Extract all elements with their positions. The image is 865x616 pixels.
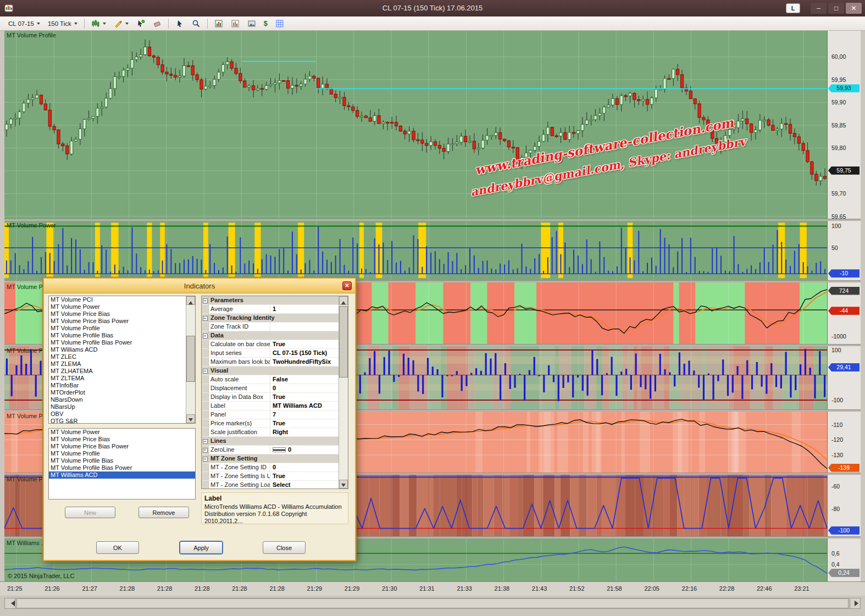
zoom-button[interactable] — [188, 18, 204, 30]
selected-indicator-item[interactable]: MT Volume Profile Bias Power — [49, 464, 195, 471]
available-indicators-list[interactable]: MT Volume PCIMT Volume PowerMT Volume Pr… — [48, 296, 196, 424]
expand-icon[interactable]: + — [203, 448, 208, 453]
dialog-titlebar[interactable]: Indicators ✕ — [44, 279, 355, 293]
property-row[interactable]: Zone Track ID — [202, 323, 339, 331]
property-row[interactable]: Price marker(s)True — [202, 419, 339, 428]
ok-button[interactable]: OK — [96, 541, 139, 554]
scroll-right-arrow[interactable] — [850, 598, 861, 609]
collapse-icon[interactable]: − — [203, 457, 208, 462]
property-value[interactable]: Select — [270, 481, 339, 489]
property-row[interactable]: +ZeroLine0 — [202, 446, 339, 454]
property-value[interactable]: True — [270, 340, 339, 348]
property-section[interactable]: −Lines — [202, 437, 339, 446]
chart-trader-button[interactable] — [210, 18, 227, 30]
indicator-list-item[interactable]: MT ZLTEMA — [49, 375, 186, 382]
scrollbar-thumb[interactable] — [186, 336, 195, 382]
scrollbar-thumb[interactable] — [16, 598, 849, 608]
list-scrollbar[interactable] — [186, 296, 195, 423]
selected-indicator-item[interactable]: MT Volume Profile — [49, 450, 195, 457]
data-grid-button[interactable] — [271, 18, 288, 30]
apply-button[interactable]: Apply — [180, 541, 223, 554]
property-row[interactable]: Input seriesCL 07-15 (150 Tick) — [202, 349, 339, 358]
minimize-button[interactable]: – — [811, 3, 827, 14]
property-value[interactable]: MT Williams ACD — [270, 402, 339, 410]
selected-indicator-item[interactable]: MT Volume Profile Bias — [49, 457, 195, 464]
data-series-button[interactable] — [227, 18, 243, 30]
property-row[interactable]: MT - Zone Setting LoaSelect — [202, 481, 339, 489]
indicator-list-item[interactable]: MT Volume Price Bias — [49, 310, 186, 318]
scrollbar-thumb[interactable] — [339, 306, 348, 378]
horizontal-scrollbar[interactable] — [0, 596, 865, 611]
property-row[interactable]: Average1 — [202, 305, 339, 314]
indicator-list-item[interactable]: MT ZLEMA — [49, 360, 186, 368]
indicator-list-item[interactable]: MT Volume Profile — [49, 325, 186, 332]
indicator-list-item[interactable]: MT ZLEC — [49, 353, 186, 360]
indicator-list-item[interactable]: MT Williams ACD — [49, 346, 186, 353]
snapshot-button[interactable] — [243, 18, 260, 30]
close-button[interactable]: ✕ — [846, 3, 862, 14]
indicator-list-item[interactable]: MT Volume Profile Bias Power — [49, 339, 186, 346]
property-grid[interactable]: −ParametersAverage1−Zone Tracking Identi… — [201, 296, 348, 489]
scroll-up-arrow[interactable] — [339, 296, 348, 305]
indicator-list-item[interactable]: MTOrderPlot — [49, 389, 186, 396]
indicators-button[interactable] — [132, 18, 149, 30]
indicator-list-item[interactable]: MT ZLHATEMA — [49, 368, 186, 375]
pointer-button[interactable] — [171, 18, 188, 30]
eraser-button[interactable] — [149, 18, 165, 30]
indicator-list-item[interactable]: MTInfoBar — [49, 382, 186, 389]
window-titlebar[interactable]: CL 07-15 (150 Tick) 17.06.2015 L – □ ✕ — [0, 0, 865, 16]
indicator-list-item[interactable]: MT Volume Profile Bias — [49, 332, 186, 339]
collapse-icon[interactable]: − — [203, 334, 208, 338]
collapse-icon[interactable]: − — [203, 439, 208, 444]
interval-selector[interactable]: 150 Tick — [44, 19, 81, 29]
property-value[interactable]: TwoHundredFiftySix — [270, 358, 339, 366]
link-badge-button[interactable]: L — [786, 3, 800, 13]
indicator-list-item[interactable]: NBarsUp — [49, 403, 186, 410]
selected-indicators-list[interactable]: MT Volume PowerMT Volume Price BiasMT Vo… — [48, 428, 196, 500]
property-row[interactable]: Auto scaleFalse — [202, 375, 339, 384]
property-row[interactable]: MT - Zone Setting ID0 — [202, 463, 339, 472]
property-row[interactable]: Displacement0 — [202, 384, 339, 393]
new-button[interactable]: New — [65, 507, 115, 518]
indicator-list-item[interactable]: MT Volume Price Bias Power — [49, 318, 186, 325]
property-value[interactable]: CL 07-15 (150 Tick) — [270, 349, 339, 357]
property-section[interactable]: −Data — [202, 331, 339, 340]
indicator-list-item[interactable]: OBV — [49, 410, 186, 418]
chart-panel-2[interactable]: MT Volume Power — [4, 221, 827, 280]
scroll-up-arrow[interactable] — [186, 296, 195, 305]
property-section[interactable]: −Parameters — [202, 296, 339, 305]
property-section[interactable]: −MT Zone Setting — [202, 454, 339, 463]
property-value[interactable]: True — [270, 472, 339, 480]
maximize-button[interactable]: □ — [828, 3, 844, 14]
dialog-close-button[interactable]: ✕ — [342, 281, 352, 290]
property-value[interactable]: True — [270, 419, 339, 428]
property-row[interactable]: Scale justificationRight — [202, 428, 339, 437]
selected-indicator-item[interactable]: MT Volume Price Bias — [49, 436, 195, 443]
scroll-down-arrow[interactable] — [186, 414, 195, 423]
property-value[interactable]: True — [270, 393, 339, 401]
property-section[interactable]: −Zone Tracking Identity — [202, 314, 339, 323]
property-row[interactable]: Display in Data BoxTrue — [202, 393, 339, 402]
indicator-list-item[interactable]: MT Volume PCI — [49, 296, 186, 303]
close-dialog-button[interactable]: Close — [263, 541, 306, 554]
drawing-tools-button[interactable] — [110, 18, 132, 30]
price-axis[interactable]: 60,0059,9559,9059,8559,8059,7059,6559,93… — [827, 31, 861, 581]
chart-style-button[interactable] — [87, 18, 110, 30]
property-value[interactable]: 7 — [270, 410, 339, 419]
indicator-list-item[interactable]: NBarsDown — [49, 396, 186, 403]
remove-button[interactable]: Remove — [138, 507, 189, 518]
property-value[interactable]: 0 — [270, 384, 339, 392]
collapse-icon[interactable]: − — [203, 298, 208, 303]
selected-indicator-item[interactable]: MT Williams ACD — [49, 471, 195, 479]
indicator-list-item[interactable]: MT Volume Power — [49, 303, 186, 310]
property-value[interactable]: 1 — [270, 305, 339, 313]
indicator-list-item[interactable]: OTG S&R — [49, 418, 186, 424]
property-row[interactable]: Calculate on bar closeTrue — [202, 340, 339, 349]
property-row[interactable]: Maximum bars look baTwoHundredFiftySix — [202, 358, 339, 367]
scroll-down-arrow[interactable] — [339, 480, 348, 489]
property-section[interactable]: −Visual — [202, 367, 339, 375]
chart-panel-1[interactable]: MT Volume Profile — [4, 31, 827, 219]
property-value[interactable]: 0 — [270, 446, 339, 454]
property-row[interactable]: MT - Zone Setting Is UTrue — [202, 472, 339, 481]
collapse-icon[interactable]: − — [203, 369, 208, 374]
